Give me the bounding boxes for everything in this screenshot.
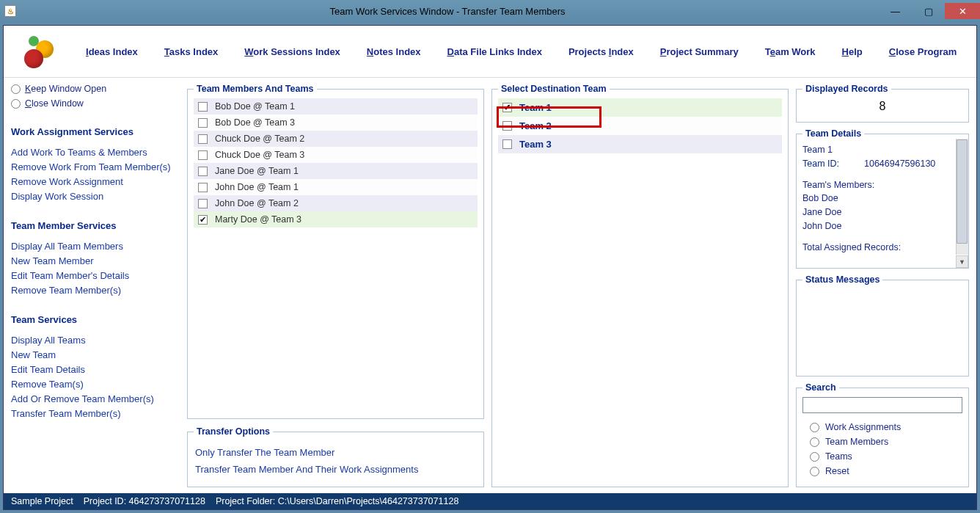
menu-close-program[interactable]: Close Program	[889, 46, 957, 57]
member-row[interactable]: ✔Marty Doe @ Team 3	[194, 211, 478, 228]
checkbox-icon[interactable]	[198, 167, 208, 176]
details-scroll-down-icon[interactable]: ▼	[956, 255, 968, 268]
destination-label: Team 3	[519, 139, 552, 150]
statusbar: Sample Project Project ID: 4642737370711…	[4, 493, 976, 509]
side-link-team-2[interactable]: Edit Team Details	[11, 364, 180, 375]
side-link-member-0[interactable]: Display All Team Members	[11, 241, 180, 252]
menu-help[interactable]: Help	[842, 46, 863, 57]
minimize-button[interactable]: —	[879, 3, 912, 19]
member-row[interactable]: John Doe @ Team 1	[194, 179, 478, 195]
side-link-work-1[interactable]: Remove Work From Team Member(s)	[11, 161, 180, 172]
member-label: Chuck Doe @ Team 2	[215, 134, 304, 144]
detail-team-id-label: Team ID:	[802, 157, 854, 171]
detail-totals-label: Total Assigned Records:	[802, 241, 946, 255]
checkbox-icon[interactable]	[198, 199, 208, 208]
maximize-button[interactable]: ▢	[912, 3, 945, 19]
status-messages-legend: Status Messages	[802, 274, 882, 285]
menu-project-summary[interactable]: Project Summary	[660, 46, 739, 57]
side-link-work-2[interactable]: Remove Work Assignment	[11, 176, 180, 187]
radio-icon[interactable]	[810, 437, 819, 447]
checkbox-icon[interactable]	[198, 118, 208, 128]
member-row[interactable]: Chuck Doe @ Team 2	[194, 131, 478, 147]
destination-column: Select Destination Team ✔Team 1Team 2Tea…	[491, 84, 789, 487]
titlebar: ♨ Team Work Services Window - Transfer T…	[0, 0, 980, 22]
search-option[interactable]: Teams	[810, 451, 962, 462]
transfer-member-and-work[interactable]: Transfer Team Member And Their Work Assi…	[195, 464, 476, 475]
member-label: John Doe @ Team 2	[215, 198, 299, 208]
menu-work-sessions-index[interactable]: Work Sessions Index	[244, 46, 340, 57]
details-scrollbar[interactable]	[956, 139, 968, 255]
java-icon: ♨	[4, 5, 16, 17]
main-area: Keep Window Open Close Window Work Assig…	[4, 78, 976, 493]
transfer-only-member[interactable]: Only Transfer The Team Member	[195, 447, 476, 458]
menubar: Ideas Index Tasks Index Work Sessions In…	[4, 26, 976, 78]
team-members-legend: Team Members And Teams	[194, 84, 317, 94]
member-label: Bob Doe @ Team 3	[215, 117, 295, 128]
detail-member: John Doe	[802, 219, 961, 233]
member-row[interactable]: Bob Doe @ Team 1	[194, 98, 478, 114]
section-team-member: Team Member Services	[11, 220, 180, 231]
menu-data-file-links-index[interactable]: Data File Links Index	[447, 46, 542, 57]
checkbox-icon[interactable]	[502, 139, 512, 149]
displayed-records-panel: Displayed Records 8	[796, 84, 969, 123]
radio-icon[interactable]	[810, 452, 819, 462]
member-label: Jane Doe @ Team 1	[215, 166, 299, 176]
transfer-options-legend: Transfer Options	[194, 426, 273, 437]
team-members-list: Bob Doe @ Team 1Bob Doe @ Team 3Chuck Do…	[194, 98, 478, 228]
radio-keep-window-open[interactable]: Keep Window Open	[11, 84, 180, 94]
search-input[interactable]	[802, 397, 962, 413]
menu-notes-index[interactable]: Notes Index	[367, 46, 421, 57]
member-label: John Doe @ Team 1	[215, 182, 299, 192]
side-link-member-3[interactable]: Remove Team Member(s)	[11, 285, 180, 296]
radio-icon[interactable]	[810, 423, 819, 432]
member-row[interactable]: John Doe @ Team 2	[194, 195, 478, 211]
search-option-label: Teams	[825, 451, 852, 462]
member-label: Marty Doe @ Team 3	[215, 214, 301, 225]
search-option[interactable]: Work Assignments	[810, 422, 962, 432]
checkbox-icon[interactable]: ✔	[198, 215, 208, 225]
team-members-panel: Team Members And Teams Bob Doe @ Team 1B…	[187, 84, 484, 419]
app-window: ♨ Team Work Services Window - Transfer T…	[0, 0, 980, 513]
radio-icon[interactable]	[810, 467, 819, 476]
menu-projects-index[interactable]: Projects Index	[568, 46, 634, 57]
displayed-records-legend: Displayed Records	[802, 84, 891, 94]
side-link-work-3[interactable]: Display Work Session	[11, 191, 180, 202]
side-link-team-4[interactable]: Add Or Remove Team Member(s)	[11, 393, 180, 404]
menu-team-work[interactable]: Team Work	[765, 46, 816, 57]
checkbox-icon[interactable]	[198, 183, 208, 192]
detail-member: Bob Doe	[802, 192, 961, 205]
menu-tasks-index[interactable]: Tasks Index	[164, 46, 218, 57]
status-messages-panel: Status Messages	[796, 274, 969, 376]
checkbox-icon[interactable]	[198, 102, 208, 112]
search-option-label: Team Members	[825, 437, 888, 447]
right-column: Displayed Records 8 Team Details Team 1 …	[796, 84, 969, 487]
search-option-label: Work Assignments	[825, 422, 901, 432]
menu-ideas-index[interactable]: Ideas Index	[86, 46, 138, 57]
side-link-team-1[interactable]: New Team	[11, 349, 180, 360]
destination-row[interactable]: Team 3	[498, 135, 782, 153]
side-link-member-2[interactable]: Edit Team Member's Details	[11, 270, 180, 281]
member-row[interactable]: Jane Doe @ Team 1	[194, 163, 478, 179]
window-title: Team Work Services Window - Transfer Tea…	[16, 6, 879, 17]
side-link-team-5[interactable]: Transfer Team Member(s)	[11, 408, 180, 419]
side-link-work-0[interactable]: Add Work To Teams & Members	[11, 147, 180, 158]
search-option[interactable]: Team Members	[810, 437, 962, 447]
sidebar: Keep Window Open Close Window Work Assig…	[11, 84, 180, 487]
member-row[interactable]: Chuck Doe @ Team 3	[194, 147, 478, 163]
side-link-team-0[interactable]: Display All Teams	[11, 335, 180, 346]
checkbox-icon[interactable]	[198, 134, 208, 144]
checkbox-icon[interactable]	[198, 150, 208, 160]
detail-team-id: 10646947596130	[864, 157, 935, 171]
side-link-member-1[interactable]: New Team Member	[11, 255, 180, 266]
status-project-folder: Project Folder: C:\Users\Darren\Projects…	[216, 496, 458, 506]
search-option-label: Reset	[825, 466, 849, 476]
window-controls: — ▢ ✕	[879, 3, 980, 19]
search-option[interactable]: Reset	[810, 466, 962, 476]
close-button[interactable]: ✕	[945, 3, 980, 19]
side-link-team-3[interactable]: Remove Team(s)	[11, 379, 180, 390]
team-details-panel: Team Details Team 1 Team ID: 10646947596…	[796, 128, 969, 269]
status-project-name: Sample Project	[11, 496, 73, 506]
section-team-services: Team Services	[11, 314, 180, 325]
radio-close-window[interactable]: Close Window	[11, 98, 180, 109]
member-row[interactable]: Bob Doe @ Team 3	[194, 114, 478, 131]
